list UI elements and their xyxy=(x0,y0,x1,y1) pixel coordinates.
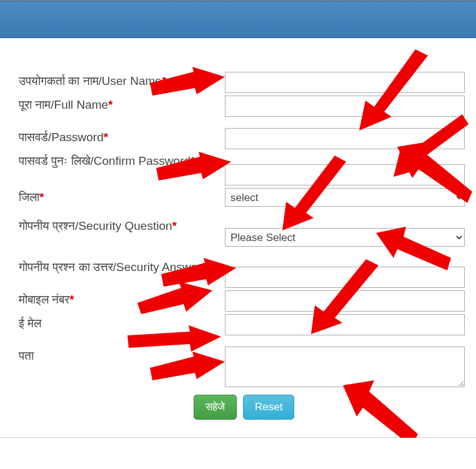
row-username: उपयोगकर्ता का नाम/User Name* xyxy=(19,69,465,93)
select-secq[interactable]: Please Select xyxy=(225,228,465,247)
label-confirm: पासवर्ड पुनः लिखे/Confirm Password* xyxy=(19,149,225,170)
input-seca[interactable] xyxy=(225,267,465,288)
row-secq: गोपनीय प्रश्न/Security Question* Please … xyxy=(19,214,465,247)
registration-form: उपयोगकर्ता का नाम/User Name* पूरा नाम/Fu… xyxy=(0,38,476,438)
textarea-address[interactable] xyxy=(225,347,465,387)
label-username: उपयोगकर्ता का नाम/User Name* xyxy=(19,69,225,91)
label-secq: गोपनीय प्रश्न/Security Question* xyxy=(19,214,225,235)
select-district[interactable]: select xyxy=(225,188,465,207)
label-password: पासवर्ड/Password* xyxy=(19,126,225,147)
input-mobile[interactable] xyxy=(225,290,465,312)
input-password[interactable] xyxy=(225,128,465,149)
row-seca: गोपनीय प्रश्न का उत्तर/Security Answer* xyxy=(19,255,465,288)
row-address: पता xyxy=(19,344,465,390)
label-seca: गोपनीय प्रश्न का उत्तर/Security Answer* xyxy=(19,255,225,277)
row-fullname: पूरा नाम/Full Name* xyxy=(19,93,465,117)
label-district: जिला* xyxy=(19,185,225,207)
label-email: ई मेल xyxy=(19,312,225,333)
page-frame: उपयोगकर्ता का नाम/User Name* पूरा नाम/Fu… xyxy=(0,0,476,438)
save-button[interactable]: सहेजे xyxy=(194,395,237,420)
label-mobile: मोबाइल नंबर* xyxy=(19,288,225,309)
input-email[interactable] xyxy=(225,314,465,335)
row-district: जिला* select xyxy=(19,185,465,207)
row-confirm: पासवर्ड पुनः लिखे/Confirm Password* xyxy=(19,149,465,185)
label-fullname: पूरा नाम/Full Name* xyxy=(19,93,225,114)
input-username[interactable] xyxy=(225,72,465,93)
row-mobile: मोबाइल नंबर* xyxy=(19,288,465,312)
reset-button[interactable]: Reset xyxy=(243,395,294,420)
input-confirm[interactable] xyxy=(225,164,465,185)
button-row: सहेजे Reset xyxy=(19,390,465,431)
input-fullname[interactable] xyxy=(225,96,465,117)
row-email: ई मेल xyxy=(19,312,465,335)
label-address: पता xyxy=(19,344,225,365)
header-bar xyxy=(0,1,476,38)
row-password: पासवर्ड/Password* xyxy=(19,126,465,149)
